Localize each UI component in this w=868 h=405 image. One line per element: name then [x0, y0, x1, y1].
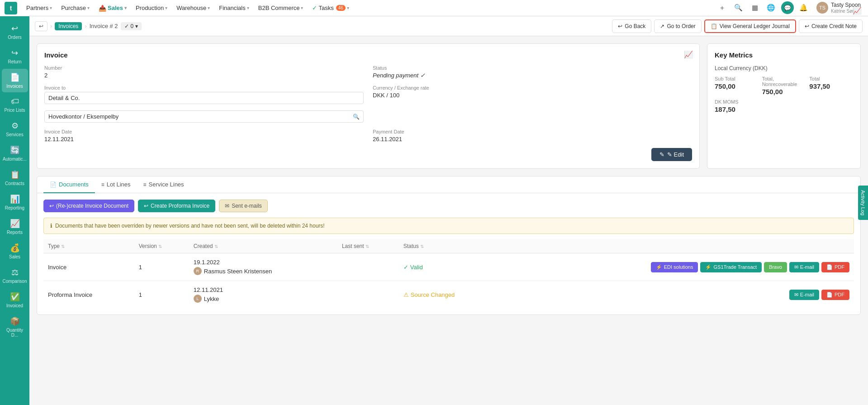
sidebar-item-return[interactable]: ↪ Return: [2, 44, 28, 68]
doc-last-sent-invoice: [337, 253, 399, 281]
gs1trade-button[interactable]: ⚡ GS1Trade Transact: [700, 262, 762, 272]
recreate-icon: ↩: [49, 203, 54, 209]
moms-metric: DK MOMS 187,50: [715, 99, 853, 113]
invoice-card-title: Invoice: [44, 51, 692, 59]
activity-log-tab[interactable]: Activity Log: [858, 185, 868, 219]
create-proforma-button[interactable]: ↩ Create Proforma Invoice: [138, 200, 215, 212]
sort-icon: ⇅: [214, 244, 218, 249]
view-general-ledger-button[interactable]: 📋 View General Ledger Journal: [704, 19, 796, 33]
breadcrumb-invoices[interactable]: Invoices: [55, 22, 82, 30]
recreate-invoice-button[interactable]: ↩ (Re-)create Invoice Document: [43, 200, 134, 212]
doc-created-proforma: 12.11.2021 L Lykke: [189, 281, 337, 309]
col-actions: [501, 239, 854, 253]
invoices-badge: Invoices: [55, 22, 82, 30]
user-avatar: R: [194, 267, 202, 275]
sidebar-item-reporting[interactable]: 📊 Reporting: [2, 191, 28, 214]
pdf-button-invoice[interactable]: 📄 PDF: [821, 262, 849, 272]
nav-item-b2b[interactable]: B2B Commerce ▾: [255, 3, 307, 13]
sidebar-item-orders[interactable]: ↩ Orders: [2, 20, 28, 43]
bell-icon[interactable]: 🔔: [797, 1, 810, 14]
sidebar-item-invoices[interactable]: 📄 Invoices: [2, 69, 28, 92]
page-content: Invoice 📈 Number 2 Status Pending paymen…: [29, 36, 868, 405]
add-icon[interactable]: ＋: [716, 1, 729, 14]
nav-item-warehouse[interactable]: Warehouse ▾: [173, 3, 213, 13]
comparison-icon: ⚖: [11, 267, 19, 277]
sidebar-item-comparison[interactable]: ⚖ Comparison: [2, 264, 28, 287]
nav-item-purchase[interactable]: Purchase ▾: [57, 3, 93, 13]
sent-emails-button[interactable]: ✉ Sent e-mails: [219, 200, 268, 212]
create-credit-note-button[interactable]: ↩ Create Credit Note: [799, 19, 863, 33]
metrics-title: Key Metrics: [715, 51, 853, 59]
go-back-button[interactable]: ↩ Go Back: [612, 19, 651, 33]
quantity-icon: 📦: [10, 316, 20, 326]
address-input[interactable]: Hovedkontor / Eksempelby 🔍: [44, 110, 364, 123]
nav-item-tasks[interactable]: ✓ Tasks 46 ▾: [308, 3, 352, 13]
return-icon: ↪: [11, 48, 18, 58]
chat-icon[interactable]: 💬: [781, 1, 794, 14]
edit-button[interactable]: ✎ ✎ Edit: [651, 148, 692, 161]
invoice-expand-icon[interactable]: 📈: [684, 50, 693, 59]
doc-type-proforma: Proforma Invoice: [43, 281, 134, 309]
check-dropdown[interactable]: ✓ 0 ▾: [121, 22, 142, 30]
barcode-icon[interactable]: ▦: [749, 1, 761, 14]
sub-total-label: Sub Total: [715, 76, 759, 81]
nav-item-sales[interactable]: 📤 Sales ▾: [95, 3, 130, 14]
invoice-to-field: Invoice to Detail & Co.: [44, 85, 364, 104]
tab-lot-lines[interactable]: ≡ Lot Lines: [95, 176, 137, 193]
address-field: Hovedkontor / Eksempelby 🔍: [44, 110, 364, 123]
edi-solutions-button[interactable]: ⚡ EDI solutions: [651, 262, 698, 272]
nav-item-partners[interactable]: Partners ▾: [23, 3, 56, 13]
col-last-sent[interactable]: Last sent ⇅: [337, 239, 399, 253]
email-button-invoice[interactable]: ✉ E-mail: [789, 262, 819, 272]
breadcrumb-sep-2: ›: [85, 23, 86, 29]
sidebar-item-price-lists[interactable]: 🏷 Price Lists: [2, 93, 28, 116]
doc-status-invoice: ✓ Valid: [399, 253, 502, 281]
currency-value: DKK / 100: [373, 92, 692, 99]
col-version[interactable]: Version ⇅: [134, 239, 189, 253]
tab-content-documents: ↩ (Re-)create Invoice Document ↩ Create …: [37, 193, 860, 314]
valid-icon: ✓: [403, 264, 408, 271]
email-button-proforma[interactable]: ✉ E-mail: [789, 290, 819, 300]
globe-icon[interactable]: 🌐: [765, 1, 778, 14]
bravo-button[interactable]: Bravo: [764, 262, 787, 272]
warning-icon: ℹ: [50, 223, 52, 229]
dropdown-arrow: ▾: [135, 23, 138, 29]
nav-item-financials[interactable]: Financials ▾: [215, 3, 253, 13]
moms-label: DK MOMS: [715, 99, 853, 105]
sidebar-item-sales[interactable]: 💰 Sales: [2, 239, 28, 263]
status-label: Status: [373, 65, 692, 71]
number-label: Number: [44, 65, 364, 71]
sales-icon: 💰: [10, 243, 20, 253]
nav-item-production[interactable]: Production ▾: [132, 3, 171, 13]
undo-button[interactable]: ↩: [35, 21, 47, 31]
payment-date-field: Payment Date 26.11.2021: [373, 129, 692, 143]
avatar: TS: [816, 2, 828, 14]
go-to-order-button[interactable]: ↗ Go to Order: [654, 19, 701, 33]
tab-service-lines[interactable]: ≡ Service Lines: [137, 176, 190, 193]
doc-actions-invoice: ⚡ EDI solutions ⚡ GS1Trade Transact: [501, 253, 854, 281]
breadcrumb-sep: ›: [50, 23, 52, 29]
sidebar-item-services[interactable]: ⚙ Services: [2, 117, 28, 141]
sub-total-metric: Sub Total 750,00: [715, 76, 759, 95]
lot-lines-tab-icon: ≡: [101, 181, 104, 188]
col-created[interactable]: Created ⇅: [189, 239, 337, 253]
col-status[interactable]: Status ⇅: [399, 239, 502, 253]
sidebar-item-quantity-d[interactable]: 📦 Quantity D...: [2, 313, 28, 341]
search-icon[interactable]: 🔍: [732, 1, 745, 14]
sidebar-item-invoiced[interactable]: ✅ Invoiced: [2, 288, 28, 312]
chevron-down-icon: ▾: [50, 5, 52, 10]
sidebar-item-automatic[interactable]: 🔄 Automatic...: [2, 142, 28, 165]
tab-documents[interactable]: 📄 Documents: [43, 176, 95, 193]
invoice-to-input[interactable]: Detail & Co.: [44, 92, 364, 104]
service-lines-tab-icon: ≡: [143, 181, 147, 188]
address-value: Hovedkontor / Eksempelby: [48, 113, 119, 120]
app-logo[interactable]: t: [5, 2, 17, 14]
col-type[interactable]: Type ⇅: [43, 239, 134, 253]
nonrecoverable-value: 750,00: [762, 88, 806, 95]
breadcrumb-invoice-number[interactable]: Invoice # 2: [90, 23, 118, 29]
sidebar-item-reports[interactable]: 📈 Reports: [2, 215, 28, 238]
warning-banner: ℹ Documents that have been overriden by …: [43, 218, 854, 234]
sidebar-item-contracts[interactable]: 📋 Contracts: [2, 166, 28, 190]
pdf-button-proforma[interactable]: 📄 PDF: [821, 290, 849, 300]
chevron-down-icon: ▾: [165, 5, 167, 10]
